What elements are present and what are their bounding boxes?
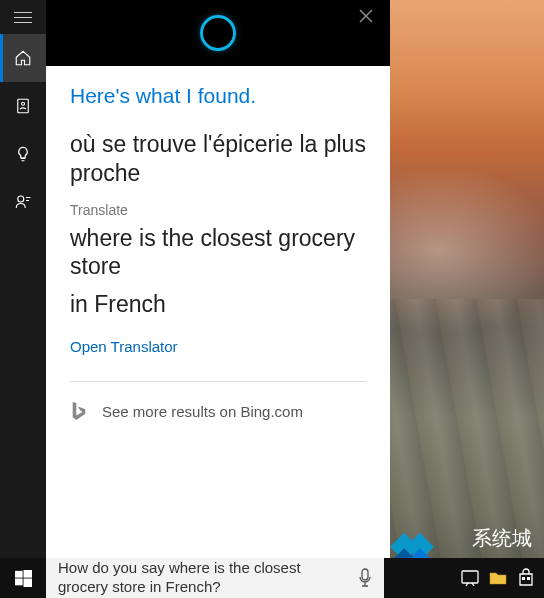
svg-rect-10: [527, 577, 530, 580]
hamburger-menu-button[interactable]: [0, 0, 46, 34]
translated-result: où se trouve l'épicerie la plus proche: [70, 130, 366, 188]
svg-point-2: [18, 196, 24, 202]
microphone-icon[interactable]: [358, 568, 372, 588]
svg-rect-8: [462, 571, 478, 583]
lightbulb-icon: [14, 145, 32, 163]
windows-logo-icon: [15, 570, 32, 587]
tray-store-icon[interactable]: [516, 568, 536, 588]
sidebar-item-tips[interactable]: [0, 130, 46, 178]
svg-rect-3: [15, 570, 23, 577]
svg-rect-0: [18, 99, 29, 113]
notebook-icon: [14, 97, 32, 115]
svg-point-1: [22, 102, 25, 105]
cortana-body: Here's what I found. où se trouve l'épic…: [46, 66, 390, 558]
target-language: in French: [70, 291, 366, 318]
source-phrase: where is the closest grocery store: [70, 224, 366, 282]
bing-more-results-link[interactable]: See more results on Bing.com: [70, 400, 366, 422]
svg-rect-6: [23, 578, 32, 587]
cortana-sidebar: [0, 0, 46, 558]
bing-more-label: See more results on Bing.com: [102, 403, 303, 420]
sidebar-item-home[interactable]: [0, 34, 46, 82]
cortana-search-box[interactable]: How do you say where is the closest groc…: [46, 558, 384, 598]
home-icon: [14, 49, 32, 67]
tray-folder-icon[interactable]: [488, 568, 508, 588]
svg-rect-4: [23, 570, 32, 578]
close-button[interactable]: [350, 0, 382, 32]
system-tray: [384, 558, 544, 598]
tray-action-center-icon[interactable]: [460, 568, 480, 588]
svg-rect-5: [15, 578, 23, 585]
feedback-icon: [14, 193, 32, 211]
bing-icon: [70, 400, 88, 422]
translate-label: Translate: [70, 202, 366, 218]
open-translator-link[interactable]: Open Translator: [70, 338, 366, 355]
svg-rect-7: [362, 569, 368, 580]
watermark-title: 系统城: [472, 525, 532, 552]
cortana-logo-ring: [200, 15, 236, 51]
cortana-header: [46, 0, 390, 66]
search-query-text: How do you say where is the closest groc…: [58, 559, 372, 597]
sidebar-item-notebook[interactable]: [0, 82, 46, 130]
taskbar: How do you say where is the closest groc…: [0, 558, 544, 598]
svg-rect-9: [522, 577, 525, 580]
sidebar-item-feedback[interactable]: [0, 178, 46, 226]
divider: [70, 381, 366, 382]
cortana-panel: Here's what I found. où se trouve l'épic…: [46, 0, 390, 558]
start-button[interactable]: [0, 558, 46, 598]
close-icon: [359, 9, 373, 23]
results-heading: Here's what I found.: [70, 84, 366, 108]
